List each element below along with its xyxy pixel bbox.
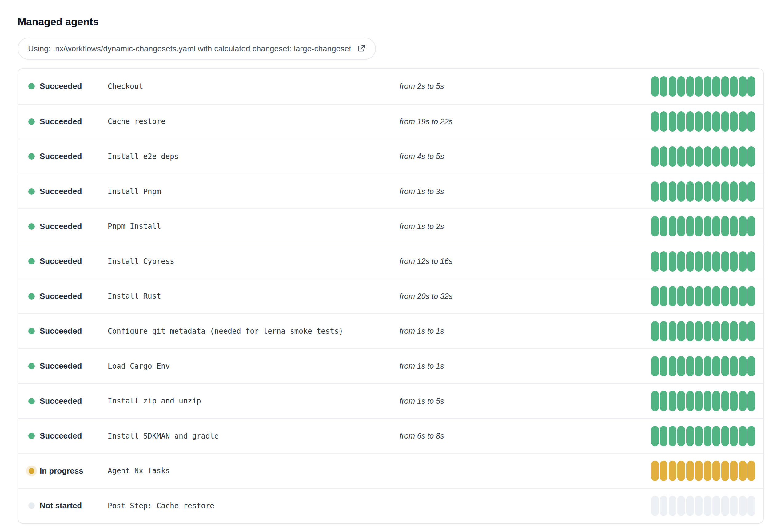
agent-pill: [739, 251, 747, 272]
agent-pill: [730, 321, 738, 341]
status-dot-icon: [28, 83, 35, 90]
agent-pill: [669, 391, 676, 411]
agent-row[interactable]: In progress Agent Nx Tasks: [18, 453, 763, 488]
agent-pill: [651, 111, 659, 132]
agent-list: Succeeded Checkout from 2s to 5s Succeed…: [17, 68, 764, 524]
agent-pill: [660, 111, 667, 132]
agent-pill: [739, 286, 747, 306]
agent-pill: [748, 76, 755, 97]
agent-pill: [660, 251, 667, 272]
agent-pill: [704, 146, 711, 167]
agent-pill: [651, 251, 659, 272]
agent-row[interactable]: Succeeded Load Cargo Env from 1s to 1s: [18, 349, 763, 384]
agent-pill: [704, 181, 711, 202]
agent-pill: [712, 111, 720, 132]
status-dot-icon: [28, 118, 35, 125]
agent-pill: [721, 286, 729, 306]
agent-pill: [730, 391, 738, 411]
agent-pill: [695, 146, 702, 167]
agent-pill: [704, 251, 711, 272]
agent-pill: [730, 146, 738, 167]
agent-pill: [730, 216, 738, 237]
agent-pill: [660, 286, 667, 306]
agent-pill: [748, 146, 755, 167]
agent-pill: [669, 321, 676, 341]
agent-row[interactable]: Succeeded Pnpm Install from 1s to 2s: [18, 209, 763, 244]
agent-pill: [695, 76, 702, 97]
status-label: Succeeded: [40, 152, 82, 161]
agent-pill: [748, 216, 755, 237]
status-label: Succeeded: [40, 361, 82, 371]
agent-pill: [748, 286, 755, 306]
agent-pill: [695, 356, 702, 376]
agent-pill: [739, 146, 747, 167]
agent-pill: [721, 426, 729, 446]
agent-pill: [748, 461, 755, 481]
status-dot-icon: [28, 363, 35, 369]
status-label: Succeeded: [40, 222, 82, 231]
agent-pill: [704, 76, 711, 97]
status-cell: Succeeded: [28, 291, 108, 301]
agent-pills: [651, 111, 756, 132]
agent-row[interactable]: Succeeded Configure git metadata (needed…: [18, 313, 763, 349]
status-cell: Succeeded: [28, 256, 108, 266]
agent-pill: [651, 181, 659, 202]
agent-pill: [686, 181, 694, 202]
agent-pill: [660, 461, 667, 481]
agent-pill: [669, 496, 676, 516]
step-name: Configure git metadata (needed for lerna…: [108, 327, 400, 336]
agent-pill: [651, 321, 659, 341]
status-cell: Succeeded: [28, 431, 108, 441]
agent-pill: [669, 251, 676, 272]
agent-row[interactable]: Succeeded Install Rust from 20s to 32s: [18, 279, 763, 314]
status-label: Succeeded: [40, 256, 82, 266]
agent-pill: [721, 356, 729, 376]
step-name: Install Cypress: [108, 257, 400, 266]
agent-pill: [739, 216, 747, 237]
agent-pill: [660, 356, 667, 376]
agent-pill: [677, 111, 685, 132]
status-dot-icon: [28, 503, 35, 509]
agent-pill: [721, 216, 729, 237]
agent-pill: [721, 251, 729, 272]
step-duration: from 12s to 16s: [400, 257, 651, 266]
step-name: Agent Nx Tasks: [108, 467, 400, 475]
external-link-icon[interactable]: [357, 44, 365, 53]
agent-pill: [686, 76, 694, 97]
agent-pill: [651, 286, 659, 306]
agent-pill: [677, 426, 685, 446]
step-name: Install zip and unzip: [108, 397, 400, 405]
agent-pill: [730, 496, 738, 516]
agent-row[interactable]: Succeeded Install Cypress from 12s to 16…: [18, 244, 763, 279]
agent-row[interactable]: Succeeded Cache restore from 19s to 22s: [18, 104, 763, 139]
agent-pill: [712, 496, 720, 516]
agent-pill: [695, 111, 702, 132]
agent-pill: [669, 461, 676, 481]
step-duration: from 6s to 8s: [400, 431, 651, 440]
agent-pill: [695, 251, 702, 272]
agent-pill: [686, 496, 694, 516]
status-dot-icon: [28, 433, 35, 439]
step-duration: from 1s to 1s: [400, 362, 651, 371]
status-cell: Succeeded: [28, 82, 108, 91]
agent-pill: [686, 286, 694, 306]
agent-pills: [651, 461, 756, 481]
agent-row[interactable]: Succeeded Install SDKMAN and gradle from…: [18, 418, 763, 453]
agent-pill: [651, 216, 659, 237]
agent-pill: [712, 426, 720, 446]
agent-pills: [651, 356, 756, 376]
agent-pill: [669, 356, 676, 376]
status-label: Succeeded: [40, 117, 82, 126]
status-dot-icon: [28, 258, 35, 264]
agent-pill: [712, 461, 720, 481]
agent-row[interactable]: Succeeded Checkout from 2s to 5s: [18, 69, 763, 104]
agent-row[interactable]: Not started Post Step: Cache restore: [18, 488, 763, 523]
workflow-banner[interactable]: Using: .nx/workflows/dynamic-changesets.…: [17, 37, 376, 60]
page-title: Managed agents: [17, 15, 777, 28]
agent-pill: [730, 76, 738, 97]
agent-pills: [651, 286, 756, 306]
agent-row[interactable]: Succeeded Install zip and unzip from 1s …: [18, 383, 763, 418]
agent-row[interactable]: Succeeded Install e2e deps from 4s to 5s: [18, 139, 763, 174]
status-cell: Succeeded: [28, 361, 108, 371]
agent-row[interactable]: Succeeded Install Pnpm from 1s to 3s: [18, 174, 763, 209]
